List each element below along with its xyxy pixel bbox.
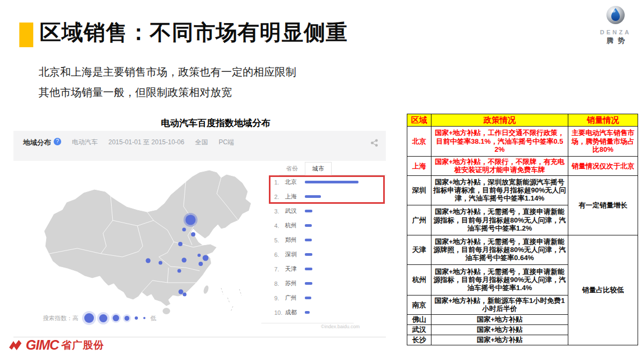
list-item: 4.杭州 — [274, 218, 391, 233]
toolbar-date-range[interactable]: 2015-01-01 至 2015-10-06 — [108, 138, 184, 147]
subtitle-line-1: 北京和上海是主要销售市场，政策也有一定的相应限制 — [39, 65, 296, 79]
highlight-box-top2-cities — [269, 175, 385, 204]
help-icon[interactable]: ? — [54, 138, 61, 145]
china-map — [32, 160, 268, 324]
bubble-tianjin — [191, 232, 195, 237]
merged-sales-cell: 销量占比较低 — [568, 235, 638, 345]
index-bar — [305, 239, 312, 241]
table-row: 深圳 国家+地方补贴，深圳放宽新能源汽车摇号指标申请标准，目前每月指标超90%无… — [407, 175, 638, 205]
list-item: 7.天津 — [274, 262, 391, 276]
index-bar — [305, 282, 312, 285]
col-header-sales: 销量情况 — [568, 114, 638, 127]
toolbar-keyword[interactable]: 电动汽车 — [72, 138, 98, 147]
chart-title: 电动汽车百度指数地域分布 — [161, 117, 270, 129]
table-header-row: 区域 政策情况 销量情况 — [407, 114, 638, 127]
toolbar-device-filter[interactable]: PC端 — [218, 138, 234, 147]
bubble-shanghai — [203, 255, 209, 261]
cimc-emblem-icon — [9, 339, 23, 351]
cimc-wordmark: GIMC — [26, 337, 58, 353]
map-list-tabs: 省份 城市 — [279, 162, 386, 175]
baidu-toolbar: 地域分布 ? 电动汽车 2015-01-01 至 2015-10-06 全国 P… — [13, 131, 386, 161]
presentation-slide: 区域销售：不同市场有明显侧重 北京和上海是主要销售市场，政策也有一定的相应限制 … — [0, 0, 644, 362]
hainan-island — [163, 308, 170, 314]
list-item: 6.深圳 — [274, 247, 391, 262]
share-icon[interactable] — [370, 139, 378, 149]
subtitle-line-2: 其他市场销量一般，但限制政策相对放宽 — [39, 85, 232, 100]
title-accent-bar — [19, 23, 33, 47]
bubble-chengdu — [146, 258, 151, 263]
index-bar — [305, 253, 312, 256]
legend-dot — [135, 316, 138, 320]
index-bar — [305, 268, 312, 270]
index-bar — [305, 224, 312, 227]
tab-province[interactable]: 省份 — [279, 162, 305, 175]
denza-wordmark: DENZA — [592, 29, 639, 35]
cimc-company-name: 省广股份 — [61, 338, 104, 352]
divider — [261, 323, 354, 323]
index-bar — [305, 210, 312, 212]
toolbar-module-label: 地域分布 — [23, 138, 51, 147]
bubble-beijing-core — [186, 215, 196, 225]
denza-logo: DENZA 腾势 — [592, 4, 639, 46]
tab-city[interactable]: 城市 — [305, 162, 332, 175]
legend-dot — [84, 313, 94, 323]
denza-sphere-icon — [605, 4, 626, 26]
south-china-sea-dashes — [221, 288, 241, 312]
policy-sales-table: 区域 政策情况 销量情况 北京 国家+地方补贴，工作日交通不限行政策，目前中签率… — [407, 114, 638, 345]
taiwan-island — [203, 285, 210, 294]
list-item: 3.武汉 — [274, 204, 391, 218]
legend-dot — [99, 314, 107, 322]
legend-dot — [143, 317, 145, 319]
index-bar — [305, 297, 311, 299]
bubble-guangzhou — [179, 290, 184, 294]
cimc-footer-logo: GIMC 省广股份 — [9, 337, 104, 353]
page-title: 区域销售：不同市场有明显侧重 — [40, 18, 348, 47]
baidu-watermark: ©index.baidu.com — [321, 324, 360, 329]
list-item: 10.成都 — [274, 305, 391, 320]
list-item: 8.苏州 — [274, 276, 391, 291]
list-item: 9.广州 — [274, 291, 391, 305]
table-row: 北京 国家+地方补贴，工作日交通不限行政策，目前中签率38.1%，汽油车摇号中签… — [407, 126, 638, 156]
legend-dot — [125, 316, 129, 321]
toolbar-region-filter[interactable]: 全国 — [195, 138, 208, 147]
merged-sales-cell: 有一定销量增长 — [568, 175, 638, 235]
bubble-shenzhen — [183, 293, 187, 297]
baidu-index-widget: 地域分布 ? 电动汽车 2015-01-01 至 2015-10-06 全国 P… — [13, 131, 386, 337]
col-header-region: 区域 — [407, 114, 431, 127]
bubble-size-legend: 搜索指数：高 低 — [43, 313, 159, 323]
legend-dot — [113, 315, 119, 321]
table-row: 天津 国家+地方补贴，无需摇号，直接申请新能源牌照，目前每月指标超80%无人问津… — [407, 235, 638, 264]
col-header-policy: 政策情况 — [431, 114, 568, 127]
table-row: 上海 国家+地方补贴，不限行，不限牌，有充电桩安装证明才能申请免费车牌 销量情况… — [407, 156, 638, 175]
index-bar — [305, 311, 310, 314]
denza-chinese-name: 腾势 — [592, 36, 639, 46]
list-item: 5.郑州 — [274, 233, 391, 247]
